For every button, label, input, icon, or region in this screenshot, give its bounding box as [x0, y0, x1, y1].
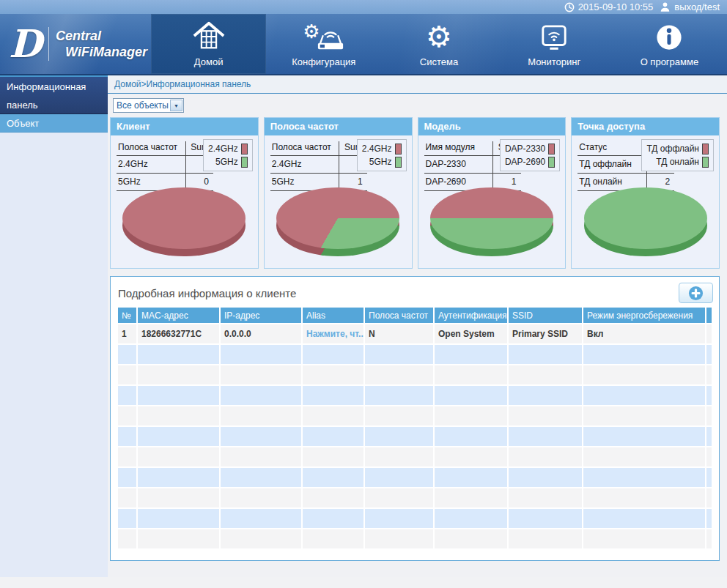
legend-entry: DAP-2330: [505, 142, 555, 155]
empty-cell: [118, 427, 136, 446]
mini-col-header: Имя модуля: [424, 141, 493, 156]
home-icon: [192, 18, 226, 51]
pie-top: [122, 187, 246, 249]
sidebar-item-2[interactable]: Объект: [0, 114, 108, 133]
empty-row: [118, 468, 712, 487]
empty-cell: [435, 406, 507, 425]
empty-cell: [435, 468, 507, 487]
plus-icon: [688, 286, 704, 301]
pie-top: [276, 187, 399, 249]
client-table: №MAC-адресIP-адресAliasПолоса частотАуте…: [117, 306, 713, 550]
system-icon: ⚙: [426, 18, 452, 51]
legend-entry: 2.4GHz: [208, 142, 248, 155]
empty-cell: [138, 427, 219, 446]
table-header-row: №MAC-адресIP-адресAliasПолоса частотАуте…: [118, 308, 712, 323]
logout-link[interactable]: выход/test: [674, 1, 720, 12]
chart-legend: 2.4GHz5GHz: [357, 139, 407, 171]
empty-cell: [365, 406, 433, 425]
empty-cell: [303, 509, 364, 528]
brand-line2: WiFiManager: [56, 44, 147, 60]
mini-row: 2.4GHz1: [117, 156, 213, 174]
empty-cell: [365, 488, 433, 507]
empty-row: [118, 406, 712, 425]
legend-swatch: [702, 157, 709, 168]
brand-line1: Central: [56, 28, 147, 44]
empty-cell: [435, 345, 507, 364]
empty-cell: [706, 509, 712, 528]
empty-cell: [365, 447, 433, 466]
empty-cell: [303, 468, 364, 487]
empty-cell: [583, 488, 705, 507]
legend-entry: 5GHz: [208, 155, 248, 168]
legend-swatch: [395, 144, 402, 155]
legend-swatch: [241, 144, 248, 155]
panel-title: Подробная информация о клиенте: [117, 287, 296, 299]
empty-row: [118, 427, 712, 446]
nav-tab-3[interactable]: ⚙Система: [381, 14, 496, 74]
chart-legend: ТД оффлайнТД онлайн: [641, 139, 714, 171]
empty-cell: [509, 509, 582, 528]
empty-cell: [118, 529, 136, 548]
empty-cell: [706, 447, 712, 466]
alias-link[interactable]: Нажмите, чт...: [303, 324, 364, 343]
empty-cell: [303, 386, 364, 405]
chart-title: Точка доступа: [572, 118, 719, 135]
empty-row: [118, 529, 712, 548]
empty-cell: [365, 529, 433, 548]
empty-cell: [706, 488, 712, 507]
mini-col-header: Статус: [577, 141, 646, 156]
legend-swatch: [395, 157, 402, 168]
empty-cell: [583, 386, 705, 405]
empty-cell: [706, 406, 712, 425]
empty-cell: [138, 386, 219, 405]
object-filter-select[interactable]: Все объекты ▼: [113, 98, 184, 113]
chart-summary-table: Полоса частотSum2.4GHz25GHz1: [270, 141, 367, 191]
nav-tab-label: Домой: [194, 56, 224, 67]
empty-cell: [303, 427, 364, 446]
empty-cell: [118, 406, 136, 425]
nav-tab-label: Конфигурация: [292, 56, 355, 67]
nav-tab-4[interactable]: Мониторинг: [497, 14, 612, 74]
table-cell: N: [365, 324, 433, 343]
empty-cell: [583, 468, 705, 487]
column-header-spacer: [706, 308, 712, 323]
nav-tab-label: Система: [420, 56, 458, 67]
nav-tab-2[interactable]: ⚙Конфигурация: [266, 14, 381, 74]
column-header: №: [118, 308, 136, 323]
nav-tab-5[interactable]: О программе: [612, 14, 727, 74]
column-header: Полоса частот: [365, 308, 433, 323]
empty-row: [118, 365, 712, 384]
empty-row: [118, 447, 712, 466]
pie-chart: [584, 187, 707, 256]
empty-cell: [583, 345, 705, 364]
empty-cell: [509, 345, 582, 364]
empty-cell: [365, 345, 433, 364]
empty-cell: [221, 386, 301, 405]
empty-row: [118, 386, 712, 405]
nav-tab-1[interactable]: Домой: [151, 14, 266, 74]
empty-cell: [509, 365, 582, 384]
sidebar-item-1[interactable]: Информационная панель: [0, 77, 108, 114]
empty-cell: [118, 447, 136, 466]
empty-cell: [706, 468, 712, 487]
empty-cell: [706, 365, 712, 384]
nav-tab-label: Мониторинг: [528, 56, 580, 67]
empty-cell: [435, 529, 507, 548]
table-cell: Primary SSID: [509, 324, 582, 343]
chart-title: Полоса частот: [265, 118, 412, 135]
empty-cell: [365, 468, 433, 487]
add-button[interactable]: [679, 283, 713, 303]
empty-cell: [138, 406, 219, 425]
footer: [0, 577, 727, 587]
table-cell-spacer: [706, 324, 712, 343]
empty-cell: [365, 386, 433, 405]
empty-cell: [118, 365, 136, 384]
empty-cell: [118, 386, 136, 405]
empty-cell: [138, 509, 219, 528]
chevron-down-icon[interactable]: ▼: [170, 100, 182, 111]
chart-legend: DAP-2330DAP-2690: [500, 139, 560, 171]
empty-cell: [138, 365, 219, 384]
legend-swatch: [548, 157, 555, 168]
main-content: Домой>Информационная панель Все объекты …: [108, 75, 727, 577]
table-row: 118266632771C0.0.0.0Нажмите, чт...NOpen …: [118, 324, 712, 343]
